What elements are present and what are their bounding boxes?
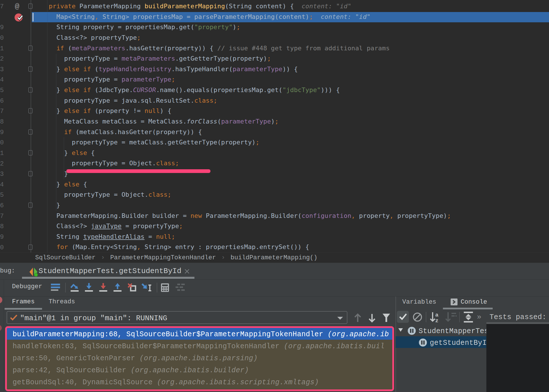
svg-text:z: z — [435, 318, 438, 323]
svg-text:a: a — [435, 312, 438, 318]
